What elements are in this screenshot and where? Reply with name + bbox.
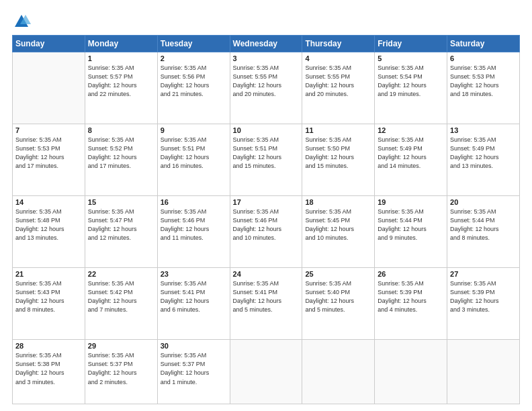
calendar-cell: 19Sunrise: 5:35 AM Sunset: 5:44 PM Dayli… <box>375 196 447 268</box>
day-info: Sunrise: 5:35 AM Sunset: 5:43 PM Dayligh… <box>15 279 82 314</box>
weekday-header-saturday: Saturday <box>447 36 520 52</box>
day-info: Sunrise: 5:35 AM Sunset: 5:50 PM Dayligh… <box>305 136 371 171</box>
calendar-week-row: 7Sunrise: 5:35 AM Sunset: 5:53 PM Daylig… <box>13 124 520 196</box>
day-info: Sunrise: 5:35 AM Sunset: 5:46 PM Dayligh… <box>161 208 227 242</box>
day-number: 29 <box>88 342 154 350</box>
day-number: 26 <box>378 270 444 278</box>
day-info: Sunrise: 5:35 AM Sunset: 5:41 PM Dayligh… <box>233 279 300 314</box>
calendar-week-row: 21Sunrise: 5:35 AM Sunset: 5:43 PM Dayli… <box>13 268 520 340</box>
weekday-header-thursday: Thursday <box>302 36 375 52</box>
day-number: 5 <box>378 54 444 62</box>
calendar-cell <box>375 340 447 404</box>
day-number: 3 <box>233 54 300 62</box>
day-info: Sunrise: 5:35 AM Sunset: 5:45 PM Dayligh… <box>305 208 371 242</box>
day-number: 21 <box>15 270 82 278</box>
calendar-cell <box>447 340 520 404</box>
day-number: 1 <box>88 54 154 62</box>
day-info: Sunrise: 5:35 AM Sunset: 5:48 PM Dayligh… <box>15 208 82 242</box>
weekday-header-tuesday: Tuesday <box>157 36 230 52</box>
day-info: Sunrise: 5:35 AM Sunset: 5:47 PM Dayligh… <box>88 208 154 242</box>
day-number: 4 <box>305 54 371 62</box>
calendar-cell: 2Sunrise: 5:35 AM Sunset: 5:56 PM Daylig… <box>157 52 230 124</box>
day-info: Sunrise: 5:35 AM Sunset: 5:54 PM Dayligh… <box>378 64 444 99</box>
calendar-cell: 25Sunrise: 5:35 AM Sunset: 5:40 PM Dayli… <box>302 268 375 340</box>
day-info: Sunrise: 5:35 AM Sunset: 5:51 PM Dayligh… <box>233 136 300 171</box>
calendar-cell: 23Sunrise: 5:35 AM Sunset: 5:41 PM Dayli… <box>157 268 230 340</box>
weekday-header-sunday: Sunday <box>13 36 85 52</box>
day-number: 16 <box>161 198 227 206</box>
day-number: 11 <box>305 126 371 134</box>
day-info: Sunrise: 5:35 AM Sunset: 5:55 PM Dayligh… <box>233 64 300 99</box>
logo-icon <box>12 12 31 31</box>
day-info: Sunrise: 5:35 AM Sunset: 5:38 PM Dayligh… <box>15 351 82 386</box>
calendar-cell: 6Sunrise: 5:35 AM Sunset: 5:53 PM Daylig… <box>447 52 520 124</box>
calendar-cell: 5Sunrise: 5:35 AM Sunset: 5:54 PM Daylig… <box>375 52 447 124</box>
day-info: Sunrise: 5:35 AM Sunset: 5:39 PM Dayligh… <box>450 279 517 314</box>
weekday-header-wednesday: Wednesday <box>230 36 302 52</box>
weekday-header-friday: Friday <box>375 36 447 52</box>
calendar-cell: 10Sunrise: 5:35 AM Sunset: 5:51 PM Dayli… <box>230 124 302 196</box>
day-number: 18 <box>305 198 371 206</box>
day-number: 23 <box>161 270 227 278</box>
logo <box>12 12 34 31</box>
calendar-header-row: SundayMondayTuesdayWednesdayThursdayFrid… <box>13 36 520 52</box>
day-number: 13 <box>450 126 517 134</box>
calendar-cell: 7Sunrise: 5:35 AM Sunset: 5:53 PM Daylig… <box>13 124 85 196</box>
calendar-table: SundayMondayTuesdayWednesdayThursdayFrid… <box>12 35 520 404</box>
calendar-week-row: 1Sunrise: 5:35 AM Sunset: 5:57 PM Daylig… <box>13 52 520 124</box>
day-number: 12 <box>378 126 444 134</box>
day-number: 19 <box>378 198 444 206</box>
calendar-cell: 20Sunrise: 5:35 AM Sunset: 5:44 PM Dayli… <box>447 196 520 268</box>
day-number: 10 <box>233 126 300 134</box>
calendar-cell: 24Sunrise: 5:35 AM Sunset: 5:41 PM Dayli… <box>230 268 302 340</box>
day-number: 17 <box>233 198 300 206</box>
day-number: 28 <box>15 342 82 350</box>
weekday-header-monday: Monday <box>85 36 157 52</box>
calendar-week-row: 28Sunrise: 5:35 AM Sunset: 5:38 PM Dayli… <box>13 340 520 404</box>
day-number: 6 <box>450 54 517 62</box>
day-info: Sunrise: 5:35 AM Sunset: 5:39 PM Dayligh… <box>378 279 444 314</box>
calendar-cell: 26Sunrise: 5:35 AM Sunset: 5:39 PM Dayli… <box>375 268 447 340</box>
day-info: Sunrise: 5:35 AM Sunset: 5:53 PM Dayligh… <box>450 64 517 99</box>
calendar-cell: 15Sunrise: 5:35 AM Sunset: 5:47 PM Dayli… <box>85 196 157 268</box>
day-info: Sunrise: 5:35 AM Sunset: 5:52 PM Dayligh… <box>88 136 154 171</box>
calendar-cell: 11Sunrise: 5:35 AM Sunset: 5:50 PM Dayli… <box>302 124 375 196</box>
day-info: Sunrise: 5:35 AM Sunset: 5:55 PM Dayligh… <box>305 64 371 99</box>
calendar-cell: 16Sunrise: 5:35 AM Sunset: 5:46 PM Dayli… <box>157 196 230 268</box>
day-number: 7 <box>15 126 82 134</box>
calendar-cell <box>230 340 302 404</box>
day-info: Sunrise: 5:35 AM Sunset: 5:57 PM Dayligh… <box>88 64 154 99</box>
calendar-cell: 14Sunrise: 5:35 AM Sunset: 5:48 PM Dayli… <box>13 196 85 268</box>
day-info: Sunrise: 5:35 AM Sunset: 5:42 PM Dayligh… <box>88 279 154 314</box>
day-number: 15 <box>88 198 154 206</box>
day-info: Sunrise: 5:35 AM Sunset: 5:49 PM Dayligh… <box>378 136 444 171</box>
day-info: Sunrise: 5:35 AM Sunset: 5:44 PM Dayligh… <box>450 208 517 242</box>
day-info: Sunrise: 5:35 AM Sunset: 5:40 PM Dayligh… <box>305 279 371 314</box>
calendar-cell: 28Sunrise: 5:35 AM Sunset: 5:38 PM Dayli… <box>13 340 85 404</box>
day-number: 8 <box>88 126 154 134</box>
day-number: 2 <box>161 54 227 62</box>
calendar-cell: 12Sunrise: 5:35 AM Sunset: 5:49 PM Dayli… <box>375 124 447 196</box>
calendar-cell: 9Sunrise: 5:35 AM Sunset: 5:51 PM Daylig… <box>157 124 230 196</box>
day-info: Sunrise: 5:35 AM Sunset: 5:41 PM Dayligh… <box>161 279 227 314</box>
day-info: Sunrise: 5:35 AM Sunset: 5:49 PM Dayligh… <box>450 136 517 171</box>
calendar-cell: 22Sunrise: 5:35 AM Sunset: 5:42 PM Dayli… <box>85 268 157 340</box>
calendar-cell: 17Sunrise: 5:35 AM Sunset: 5:46 PM Dayli… <box>230 196 302 268</box>
day-number: 30 <box>161 342 227 350</box>
day-info: Sunrise: 5:35 AM Sunset: 5:37 PM Dayligh… <box>88 351 154 386</box>
calendar-cell <box>302 340 375 404</box>
calendar-cell: 4Sunrise: 5:35 AM Sunset: 5:55 PM Daylig… <box>302 52 375 124</box>
day-info: Sunrise: 5:35 AM Sunset: 5:46 PM Dayligh… <box>233 208 300 242</box>
calendar-cell: 18Sunrise: 5:35 AM Sunset: 5:45 PM Dayli… <box>302 196 375 268</box>
calendar-week-row: 14Sunrise: 5:35 AM Sunset: 5:48 PM Dayli… <box>13 196 520 268</box>
day-number: 25 <box>305 270 371 278</box>
calendar-cell <box>13 52 85 124</box>
calendar-cell: 21Sunrise: 5:35 AM Sunset: 5:43 PM Dayli… <box>13 268 85 340</box>
day-info: Sunrise: 5:35 AM Sunset: 5:53 PM Dayligh… <box>15 136 82 171</box>
day-number: 14 <box>15 198 82 206</box>
calendar-cell: 27Sunrise: 5:35 AM Sunset: 5:39 PM Dayli… <box>447 268 520 340</box>
day-info: Sunrise: 5:35 AM Sunset: 5:56 PM Dayligh… <box>161 64 227 99</box>
calendar-cell: 8Sunrise: 5:35 AM Sunset: 5:52 PM Daylig… <box>85 124 157 196</box>
day-number: 22 <box>88 270 154 278</box>
day-number: 24 <box>233 270 300 278</box>
